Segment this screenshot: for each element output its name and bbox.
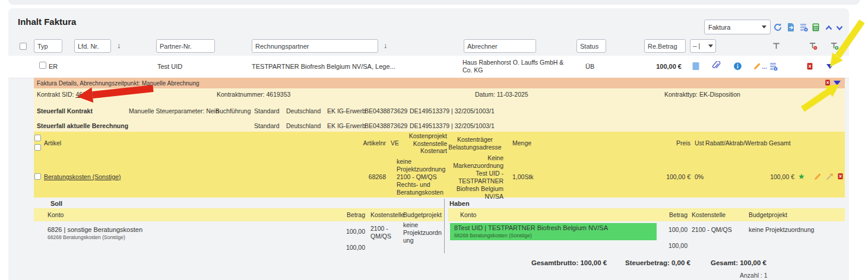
page-title: Inhalt Faktura: [18, 18, 76, 26]
rechnungspartner-filter-input[interactable]: [252, 39, 378, 53]
land: Deutschland: [286, 107, 321, 115]
article-gesamt: 100,00 €: [759, 173, 794, 181]
collapse-all-icon[interactable]: [824, 23, 834, 33]
document-icon[interactable]: [692, 62, 701, 71]
row-partner-nr: Test UID: [157, 63, 182, 71]
total-steuerbetrag: Steuerbetrag: 0,00 €: [625, 259, 690, 267]
haben-col-konto: Konto: [460, 211, 476, 219]
chevron-down-icon: [708, 44, 713, 47]
soll-title: Soll: [50, 200, 62, 208]
abrechner-filter-input[interactable]: [464, 39, 536, 53]
amount-operator-value: -- |: [693, 43, 700, 49]
copy-rows-icon[interactable]: [799, 23, 809, 32]
article-name-link[interactable]: Beratungskosten (Sonstige): [44, 173, 121, 181]
ustid2: DE149513379 | 32/205/1003/1: [410, 107, 495, 115]
datum: Datum: 11-03-2025: [475, 91, 528, 98]
kontrakttyp: Kontrakttyp: EK-Disposition: [664, 91, 740, 98]
ustid2: DE149513379 | 32/205/1003/1: [410, 122, 495, 130]
trash-icon[interactable]: [806, 62, 815, 71]
sort-desc-icon[interactable]: ↓: [384, 42, 388, 49]
row-rechnungspartner: TESTPARTNER Biofresh Belgium NV/SA, Lege…: [252, 63, 395, 71]
expand-all-icon[interactable]: [835, 23, 844, 33]
soll-betrag: 100,00: [341, 228, 365, 236]
details-banner-text: Faktura Details, Abrechnungszeitpunkt: M…: [37, 79, 199, 87]
typ-filter-input[interactable]: [34, 39, 62, 53]
col-kostenprojekt: Kostenprojekt Kostenstelle Kostenart: [395, 132, 447, 155]
article-kostenprojekt: keine Projektzuordnung 2100 - QM/QS Rech…: [397, 158, 447, 196]
filter-remove-icon[interactable]: [809, 42, 818, 51]
inhalt-faktura-screen: Inhalt Faktura Faktura ↓ ↓ -- |: [0, 0, 868, 280]
erwerb: EK IG-Erwerb: [327, 122, 366, 130]
soll-kostenstelle: 2100 - QM/QS: [370, 225, 391, 240]
soll-col-kostenstelle: Kostenstelle: [370, 211, 404, 219]
soll-haben-divider: [444, 199, 445, 253]
collapse-triangle-icon[interactable]: [834, 81, 841, 85]
copy-rows-icon[interactable]: [769, 62, 778, 71]
col-menge: Menge: [512, 139, 531, 147]
steuerparameter: Manuelle Steuerparameter: Nein: [129, 107, 219, 115]
col-ust: Ust: [695, 139, 704, 147]
paperclip-icon[interactable]: [711, 61, 721, 71]
article-menge: 1,00Stk: [512, 173, 534, 181]
steuerfall-kontrakt-label: Steuerfall Kontrakt: [37, 107, 93, 115]
top-strip: [8, 0, 860, 5]
status-filter-input[interactable]: [576, 39, 606, 53]
haben-col-budgetprojekt: Budgetprojekt: [749, 211, 787, 219]
col-artikelnr: Artikelnr: [356, 139, 386, 147]
haben-col-betrag: Betrag: [664, 211, 688, 219]
info-icon[interactable]: [733, 62, 743, 71]
select-all-articles-checkbox[interactable]: [34, 135, 41, 141]
export-icon[interactable]: [786, 23, 796, 32]
pencil-icon[interactable]: [813, 172, 823, 182]
haben-betrag: 100,00: [664, 226, 688, 234]
select-all-checkbox[interactable]: [20, 43, 27, 50]
view-select[interactable]: Faktura: [704, 20, 771, 34]
favorite-star-icon: ★: [798, 173, 805, 180]
more-ellipsis[interactable]: ...: [762, 63, 767, 70]
view-select-value: Faktura: [708, 24, 730, 31]
rebetrag-filter-input[interactable]: [644, 39, 686, 53]
haben-konto-sub: 68268 Beratungskosten (Sonstige): [454, 232, 532, 240]
haben-sum: 100,00: [664, 242, 688, 250]
soll-budgetprojekt: keine Projektzuordn ung: [403, 221, 442, 244]
partnernr-filter-input[interactable]: [156, 39, 215, 53]
kontraktnummer: Kontraktnummer: 4619353: [217, 91, 290, 98]
article-row-checkbox[interactable]: [34, 173, 41, 180]
lfdnr-filter-input[interactable]: [74, 39, 111, 53]
ustid1: BE0438873629: [365, 122, 407, 130]
row-amount: 100,00 €: [629, 63, 682, 71]
article-artikelnr: 68268: [359, 173, 386, 181]
select-all-articles-checkbox-2[interactable]: [34, 144, 41, 151]
invoice-row[interactable]: [8, 56, 849, 78]
row-checkbox[interactable]: [39, 62, 46, 69]
pencil-icon[interactable]: [753, 62, 762, 71]
total-gesamtbrutto: Gesamtbrutto: 100,00 €: [531, 259, 607, 267]
col-artikel: Artikel: [44, 139, 61, 147]
haben-kostenstelle: 2100 - QM/QS: [692, 226, 732, 234]
haben-col-kostenstelle: Kostenstelle: [692, 211, 726, 219]
sort-desc-icon[interactable]: ↓: [117, 42, 121, 49]
total-gesamt: Gesamt: 100,00 €: [711, 259, 766, 267]
anzahl: Anzahl : 1: [740, 272, 768, 279]
row-status: ÜB: [585, 63, 594, 71]
verfahren: Standard: [254, 107, 280, 115]
soll-col-betrag: Betrag: [341, 211, 365, 219]
refresh-icon[interactable]: [773, 23, 783, 32]
trash-icon[interactable]: [824, 78, 834, 88]
col-rabatt: Rabatt/Aktrab/Wertrab: [705, 139, 767, 147]
buchfuehrung: Buchführung: [216, 107, 251, 115]
filter-add-icon[interactable]: [830, 42, 840, 51]
chevron-down-icon: [762, 26, 766, 28]
verfahren: Standard: [254, 122, 280, 130]
kontrakt-sid-link[interactable]: 4619353: [75, 91, 100, 98]
article-preis: 100,00 €: [653, 173, 690, 181]
quick-edit-icon[interactable]: [825, 172, 835, 182]
trash-icon[interactable]: [837, 172, 846, 182]
soll-col-konto: Konto: [47, 211, 64, 219]
expand-triangle-icon[interactable]: [826, 64, 834, 69]
haben-budgetprojekt: keine Projektzuordnung: [749, 226, 814, 234]
amount-operator-select[interactable]: -- |: [690, 39, 716, 53]
filter-icon[interactable]: [772, 42, 781, 51]
calculator-icon[interactable]: [811, 23, 821, 32]
col-gesamt: Gesamt: [769, 139, 791, 147]
